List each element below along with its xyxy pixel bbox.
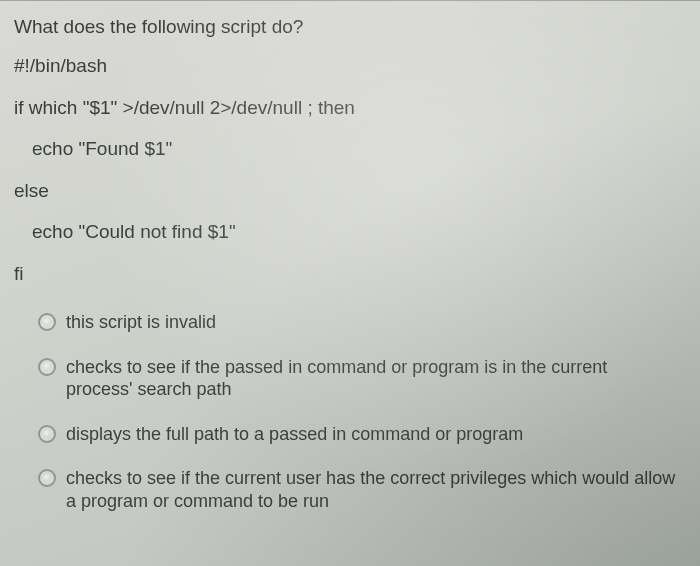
answer-text: checks to see if the passed in command o… (66, 356, 686, 401)
radio-icon[interactable] (38, 469, 56, 487)
answer-option[interactable]: displays the full path to a passed in co… (38, 423, 686, 446)
question-text: What does the following script do? (14, 16, 686, 38)
code-line: if which "$1" >/dev/null 2>/dev/null ; t… (14, 94, 686, 122)
code-block: #!/bin/bash if which "$1" >/dev/null 2>/… (14, 52, 686, 287)
radio-icon[interactable] (38, 358, 56, 376)
answer-text: this script is invalid (66, 311, 686, 334)
top-rule (0, 0, 700, 1)
answers-list: this script is invalid checks to see if … (14, 311, 686, 512)
code-line: echo "Could not find $1" (14, 218, 686, 246)
code-line: else (14, 177, 686, 205)
code-line: echo "Found $1" (14, 135, 686, 163)
code-line: #!/bin/bash (14, 52, 686, 80)
answer-text: checks to see if the current user has th… (66, 467, 686, 512)
answer-option[interactable]: checks to see if the current user has th… (38, 467, 686, 512)
quiz-page: What does the following script do? #!/bi… (0, 0, 700, 566)
radio-icon[interactable] (38, 313, 56, 331)
answer-option[interactable]: this script is invalid (38, 311, 686, 334)
answer-text: displays the full path to a passed in co… (66, 423, 686, 446)
radio-icon[interactable] (38, 425, 56, 443)
code-line: fi (14, 260, 686, 288)
answer-option[interactable]: checks to see if the passed in command o… (38, 356, 686, 401)
